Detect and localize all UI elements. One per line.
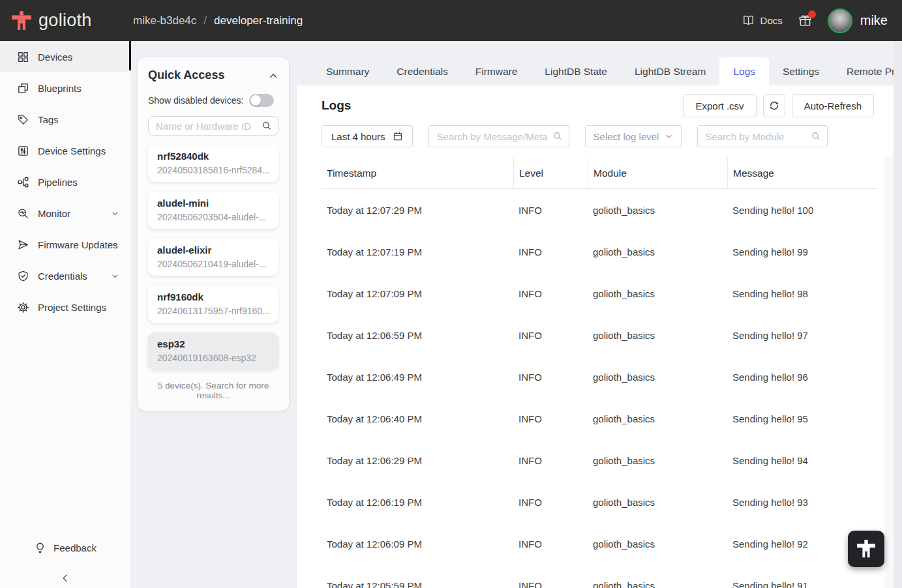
docs-link[interactable]: Docs	[742, 14, 783, 27]
toggle-knob	[250, 95, 261, 106]
tab-credentials[interactable]: Credentials	[383, 57, 461, 85]
tab-settings[interactable]: Settings	[769, 57, 833, 85]
sidebar-item-devices[interactable]: Devices	[0, 41, 130, 72]
tab-firmware[interactable]: Firmware	[462, 57, 532, 85]
device-card[interactable]: esp32 20240619163608-esp32	[148, 332, 278, 370]
device-card[interactable]: aludel-mini 20240506203504-aludel-...	[148, 192, 278, 229]
sidebar-item-label: Device Settings	[38, 145, 106, 156]
column-header-timestamp[interactable]: Timestamp	[322, 158, 513, 188]
accessibility-widget-button[interactable]	[848, 531, 884, 567]
chevron-up-icon[interactable]	[268, 70, 278, 81]
log-message: Sending hello! 99	[727, 246, 877, 257]
tab-remote-procedure-call[interactable]: Remote Procedure Call	[833, 57, 902, 85]
table-scrollbar[interactable]	[884, 156, 894, 588]
log-message: Sending hello! 98	[727, 288, 877, 299]
time-range-label: Last 4 hours	[331, 131, 385, 142]
sidebar-scrollbar-thumb[interactable]	[129, 41, 131, 70]
log-row[interactable]: Today at 12:07:29 PM INFO golioth_basics…	[322, 189, 877, 231]
device-tabs: Summary Credentials Firmware LightDB Sta…	[297, 57, 894, 85]
sidebar-item-blueprints[interactable]: Blueprints	[0, 72, 130, 104]
device-hardware-id: 20240503185816-nrf5284...	[157, 165, 269, 175]
message-search-input[interactable]	[428, 125, 569, 147]
sidebar-item-tags[interactable]: Tags	[0, 104, 130, 135]
device-name: nrf9160dk	[157, 291, 269, 302]
log-level: INFO	[513, 538, 588, 550]
device-card[interactable]: aludel-elixir 20240506210419-aludel-...	[148, 239, 278, 276]
log-timestamp: Today at 12:06:19 PM	[322, 497, 513, 508]
user-menu[interactable]: mike	[828, 8, 888, 33]
device-card[interactable]: nrf9160dk 20240613175957-nrf9160...	[148, 286, 278, 323]
log-level: INFO	[513, 580, 588, 588]
sidebar-item-pipelines[interactable]: Pipelines	[0, 166, 130, 198]
tab-lightdb-stream[interactable]: LightDB Stream	[621, 57, 719, 85]
tag-icon	[17, 113, 29, 126]
page-scrollbar[interactable]	[894, 41, 902, 588]
sliders-icon	[17, 145, 29, 157]
column-header-level[interactable]: Level	[513, 158, 588, 188]
log-row[interactable]: Today at 12:05:59 PM INFO golioth_basics…	[322, 565, 877, 588]
log-module: golioth_basics	[588, 330, 727, 341]
log-row[interactable]: Today at 12:06:59 PM INFO golioth_basics…	[322, 314, 877, 356]
sidebar-item-device-settings[interactable]: Device Settings	[0, 135, 130, 166]
refresh-button[interactable]	[763, 94, 785, 117]
auto-refresh-button[interactable]: Auto-Refresh	[792, 94, 874, 117]
device-hardware-id: 20240619163608-esp32	[157, 353, 269, 363]
sidebar-item-monitor[interactable]: Monitor	[0, 198, 130, 229]
log-row[interactable]: Today at 12:06:40 PM INFO golioth_basics…	[322, 398, 877, 439]
sidebar-item-firmware-updates[interactable]: Firmware Updates	[0, 229, 130, 260]
collapse-sidebar-button[interactable]	[0, 573, 130, 583]
log-row[interactable]: Today at 12:06:09 PM INFO golioth_basics…	[322, 523, 877, 565]
log-row[interactable]: Today at 12:07:19 PM INFO golioth_basics…	[322, 231, 877, 272]
chevron-down-icon	[111, 272, 119, 280]
log-row[interactable]: Today at 12:07:09 PM INFO golioth_basics…	[322, 272, 877, 314]
golioth-logo[interactable]: golioth	[10, 10, 92, 32]
sidebar-item-project-settings[interactable]: Project Settings	[0, 291, 130, 323]
show-disabled-toggle[interactable]	[249, 94, 274, 107]
sidebar-item-label: Tags	[38, 114, 59, 125]
log-timestamp: Today at 12:06:49 PM	[322, 372, 513, 383]
logs-table-header: Timestamp Level Module Message	[322, 158, 877, 189]
log-level: INFO	[513, 413, 588, 424]
log-message: Sending hello! 97	[727, 330, 877, 341]
avatar	[828, 8, 852, 33]
sidebar: Devices Blueprints Tags Device Settings …	[0, 41, 130, 588]
log-row[interactable]: Today at 12:06:29 PM INFO golioth_basics…	[322, 439, 877, 481]
log-module: golioth_basics	[588, 497, 727, 508]
tab-summary[interactable]: Summary	[312, 57, 383, 85]
logs-content: Logs Export .csv Auto-Refresh Last 4 hou…	[297, 85, 894, 588]
lightbulb-icon	[34, 542, 46, 554]
gear-icon	[17, 301, 29, 314]
log-row[interactable]: Today at 12:06:19 PM INFO golioth_basics…	[322, 481, 877, 523]
log-message: Sending hello! 94	[727, 455, 877, 466]
log-level: INFO	[513, 330, 588, 341]
chevron-down-icon	[111, 241, 119, 249]
log-level-placeholder: Select log level	[594, 131, 659, 142]
log-timestamp: Today at 12:07:29 PM	[322, 205, 513, 216]
module-search-input[interactable]	[697, 125, 828, 147]
chevron-left-icon	[60, 573, 70, 583]
feedback-button[interactable]: Feedback	[0, 542, 130, 554]
breadcrumb-device[interactable]: developer-training	[214, 14, 303, 27]
chevron-down-icon	[665, 132, 673, 141]
column-header-message[interactable]: Message	[727, 158, 877, 188]
log-message: Sending hello! 95	[727, 413, 877, 424]
device-search-input[interactable]	[148, 116, 278, 136]
breadcrumb-project[interactable]: mike-b3de4c	[133, 14, 196, 27]
sidebar-item-label: Credentials	[38, 271, 87, 282]
log-row[interactable]: Today at 12:06:49 PM INFO golioth_basics…	[322, 356, 877, 398]
log-level: INFO	[513, 455, 588, 466]
tab-lightdb-state[interactable]: LightDB State	[531, 57, 621, 85]
gift-button[interactable]	[798, 14, 812, 27]
log-module: golioth_basics	[588, 538, 727, 550]
export-csv-button[interactable]: Export .csv	[683, 94, 756, 117]
log-level-select[interactable]: Select log level	[585, 125, 682, 147]
tab-logs[interactable]: Logs	[719, 57, 769, 85]
device-card[interactable]: nrf52840dk 20240503185816-nrf5284...	[148, 145, 278, 182]
sidebar-item-credentials[interactable]: Credentials	[0, 260, 130, 291]
time-range-button[interactable]: Last 4 hours	[322, 125, 413, 147]
column-header-module[interactable]: Module	[588, 158, 727, 188]
log-timestamp: Today at 12:07:09 PM	[322, 288, 513, 299]
device-hardware-id: 20240613175957-nrf9160...	[157, 306, 269, 316]
log-level: INFO	[513, 497, 588, 508]
search-icon	[811, 131, 821, 141]
